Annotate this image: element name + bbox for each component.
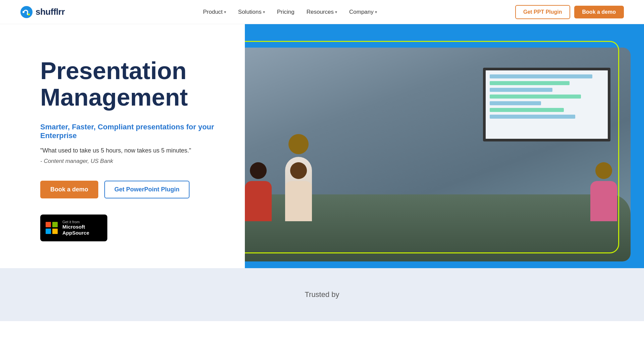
hero-section: Presentation Management Smarter, Faster,… xyxy=(0,24,644,268)
nav-item-company[interactable]: Company ▾ xyxy=(349,9,377,15)
hero-content: Presentation Management Smarter, Faster,… xyxy=(0,24,245,268)
badge-appsource-text: AppSource xyxy=(62,230,89,236)
hero-background xyxy=(245,24,644,268)
trusted-by-section: Trusted by xyxy=(0,268,644,321)
get-ppt-button[interactable]: Get PPT Plugin xyxy=(515,5,570,19)
book-demo-button[interactable]: Book a demo xyxy=(40,181,98,198)
microsoft-appsource-badge[interactable]: Get it from Microsoft AppSource xyxy=(40,215,107,241)
attendee-3 xyxy=(590,162,617,221)
badge-get-it-text: Get it from xyxy=(62,220,89,224)
book-demo-nav-button[interactable]: Book a demo xyxy=(574,6,624,18)
nav-links: Product ▾ Solutions ▾ Pricing Resources … xyxy=(203,9,377,15)
chevron-down-icon: ▾ xyxy=(263,10,265,14)
chevron-down-icon: ▾ xyxy=(335,10,337,14)
presentation-screen xyxy=(483,68,610,141)
hero-image-area xyxy=(245,24,644,268)
nav-item-pricing[interactable]: Pricing xyxy=(277,9,294,15)
trusted-by-label: Trusted by xyxy=(305,290,339,299)
hero-tagline: Smarter, Faster, Compliant presentations… xyxy=(40,123,218,140)
svg-point-2 xyxy=(28,13,30,15)
nav-cta: Get PPT Plugin Book a demo xyxy=(515,5,624,19)
svg-point-1 xyxy=(22,11,24,13)
hero-buttons: Book a demo Get PowerPoint Plugin xyxy=(40,181,218,198)
badge-microsoft-text: Microsoft xyxy=(62,224,89,230)
svg-point-0 xyxy=(20,6,33,18)
meeting-scene xyxy=(245,48,631,261)
hero-quote-author: - Content manager, US Bank xyxy=(40,158,218,165)
logo-icon xyxy=(20,6,33,18)
microsoft-logo-icon xyxy=(46,222,58,234)
attendee-1 xyxy=(245,162,272,221)
attendee-2 xyxy=(285,162,312,221)
hero-title: Presentation Management xyxy=(40,58,218,111)
hero-quote: "What used to take us 5 hours, now takes… xyxy=(40,146,218,155)
nav-item-resources[interactable]: Resources ▾ xyxy=(307,9,337,15)
navigation: shufflrr Product ▾ Solutions ▾ Pricing R… xyxy=(0,0,644,24)
chevron-down-icon: ▾ xyxy=(224,10,226,14)
nav-item-solutions[interactable]: Solutions ▾ xyxy=(238,9,265,15)
nav-item-product[interactable]: Product ▾ xyxy=(203,9,226,15)
logo[interactable]: shufflrr xyxy=(20,6,65,18)
chevron-down-icon: ▾ xyxy=(375,10,377,14)
logo-text: shufflrr xyxy=(36,7,65,17)
get-powerpoint-button[interactable]: Get PowerPoint Plugin xyxy=(104,181,190,198)
meeting-room-image xyxy=(245,48,631,261)
